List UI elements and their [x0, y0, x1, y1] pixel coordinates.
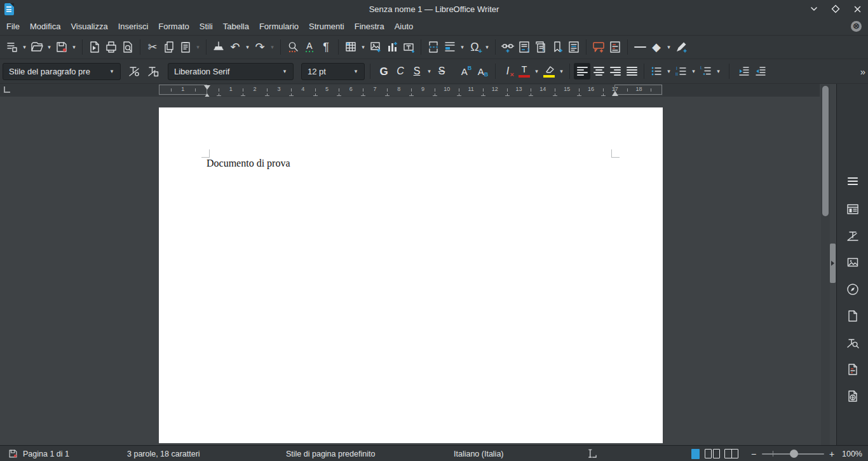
insert-field-dropdown[interactable]: ▾ [458, 39, 466, 55]
paragraph-style-dropdown[interactable]: ▾ [104, 64, 120, 79]
redo-dropdown[interactable]: ▾ [268, 39, 276, 55]
clear-formatting-button[interactable]: I × [499, 63, 516, 79]
sidebar-styles-button[interactable] [843, 226, 862, 245]
ruler[interactable]: 1123456789101112131415161718 [0, 84, 820, 97]
print-button[interactable] [103, 39, 119, 55]
sidebar-properties-button[interactable] [843, 200, 862, 219]
maximize-button[interactable] [830, 3, 841, 15]
outline-list-button[interactable]: I. [698, 63, 714, 79]
align-left-button[interactable] [574, 63, 590, 79]
undo-button[interactable]: ↶ [227, 39, 243, 55]
sidebar-manage-changes-button[interactable] [843, 360, 862, 379]
new-document-dropdown[interactable]: ▾ [20, 39, 29, 55]
left-indent-marker[interactable] [204, 85, 210, 93]
update-style-button[interactable] [126, 63, 142, 79]
italic-button[interactable]: C [392, 63, 409, 79]
spelling-button[interactable]: A [301, 39, 318, 55]
menu-visualizza[interactable]: Visualizza [65, 18, 112, 36]
open-button[interactable] [29, 39, 45, 55]
menu-modifica[interactable]: Modifica [25, 18, 65, 36]
insert-endnote-button[interactable]: i [532, 39, 549, 55]
decrease-indent-button[interactable] [752, 63, 769, 79]
find-replace-button[interactable] [285, 39, 301, 55]
sidebar-accessibility-check-button[interactable] [843, 387, 862, 406]
single-page-view-button[interactable] [691, 446, 700, 461]
formatting-marks-button[interactable]: ¶ [318, 39, 334, 55]
zoom-level-status[interactable]: 100% [842, 446, 862, 461]
selection-mode-status[interactable] [586, 446, 600, 461]
basic-shapes-dropdown[interactable]: ▾ [665, 39, 673, 55]
close-button[interactable] [851, 3, 863, 15]
menu-finestra[interactable]: Finestra [349, 18, 390, 36]
bullet-list-button[interactable] [648, 63, 665, 79]
redo-button[interactable]: ↷ [252, 39, 268, 55]
zoom-in-button[interactable]: + [829, 446, 834, 461]
outline-list-dropdown[interactable]: ▾ [714, 63, 722, 79]
multi-page-view-button[interactable] [705, 446, 720, 461]
paste-button[interactable] [177, 39, 194, 55]
bullet-list-dropdown[interactable]: ▾ [665, 63, 673, 79]
insert-chart-button[interactable] [384, 39, 400, 55]
sidebar-navigator-button[interactable] [843, 280, 862, 299]
insert-image-button[interactable] [367, 39, 384, 55]
menu-inserisci[interactable]: Inserisci [113, 18, 154, 36]
underline-dropdown[interactable]: ▾ [425, 63, 433, 79]
sidebar-gallery-button[interactable] [843, 253, 862, 272]
special-character-button[interactable]: Ω + [466, 39, 483, 55]
sidebar-settings-button[interactable] [843, 172, 862, 191]
book-view-button[interactable] [724, 446, 738, 461]
close-document-button[interactable]: ⊗ [851, 21, 862, 32]
minimize-button[interactable] [808, 3, 820, 15]
insert-field-button[interactable] [442, 39, 458, 55]
justify-button[interactable] [623, 63, 640, 79]
vertical-scrollbar-thumb[interactable] [822, 86, 829, 216]
sidebar-hide-grip[interactable] [830, 244, 836, 283]
new-style-button[interactable] [145, 63, 161, 79]
font-name-combo[interactable]: Liberation Serif ▾ [168, 63, 294, 80]
align-right-button[interactable] [607, 63, 623, 79]
bold-button[interactable]: G [376, 63, 392, 79]
insert-hyperlink-button[interactable] [499, 39, 516, 55]
strikethrough-button[interactable]: S [433, 63, 450, 79]
menu-tabella[interactable]: Tabella [218, 18, 254, 36]
cut-button[interactable]: ✂ [144, 39, 161, 55]
draw-functions-button[interactable] [673, 39, 689, 55]
ruler-strip[interactable]: 1123456789101112131415161718 [159, 85, 663, 96]
page-number-status[interactable]: Pagina 1 di 1 [23, 446, 69, 461]
menu-stili[interactable]: Stili [194, 18, 218, 36]
document-page[interactable]: Documento di prova [159, 107, 663, 443]
font-size-dropdown[interactable]: ▾ [348, 64, 364, 79]
horizontal-line-button[interactable] [632, 39, 648, 55]
page-style-status[interactable]: Stile di pagina predefinito [286, 446, 375, 461]
subscript-button[interactable]: A B [475, 63, 491, 79]
word-count-status[interactable]: 3 parole, 18 caratteri [127, 446, 200, 461]
font-color-button[interactable]: T [516, 63, 532, 79]
align-center-button[interactable] [590, 63, 607, 79]
insert-table-dropdown[interactable]: ▾ [359, 39, 367, 55]
highlight-color-button[interactable] [541, 63, 557, 79]
numbered-list-dropdown[interactable]: ▾ [689, 63, 698, 79]
insert-table-button[interactable] [342, 39, 359, 55]
language-status[interactable]: Italiano (Italia) [454, 446, 504, 461]
insert-footnote-button[interactable]: 1 [516, 39, 532, 55]
basic-shapes-button[interactable]: ◆ [648, 39, 665, 55]
export-pdf-button[interactable] [86, 39, 103, 55]
zoom-out-button[interactable]: − [751, 446, 756, 461]
menu-formato[interactable]: Formato [153, 18, 194, 36]
copy-button[interactable] [161, 39, 177, 55]
insert-comment-button[interactable] [590, 39, 607, 55]
font-color-dropdown[interactable]: ▾ [532, 63, 541, 79]
menu-formulario[interactable]: Formulario [254, 18, 304, 36]
clone-formatting-button[interactable] [210, 39, 227, 55]
numbered-list-button[interactable]: III [673, 63, 689, 79]
insert-cross-reference-button[interactable] [566, 39, 582, 55]
page-break-button[interactable] [425, 39, 442, 55]
special-character-dropdown[interactable]: ▾ [483, 39, 491, 55]
zoom-slider-handle[interactable] [790, 450, 798, 458]
menu-strumenti[interactable]: Strumenti [304, 18, 349, 36]
increase-indent-button[interactable] [736, 63, 752, 79]
paragraph-style-combo[interactable]: Stile del paragrafo pre ▾ [3, 63, 121, 80]
sidebar-page-button[interactable] [843, 306, 862, 326]
print-preview-button[interactable] [119, 39, 136, 55]
superscript-button[interactable]: A B [458, 63, 475, 79]
